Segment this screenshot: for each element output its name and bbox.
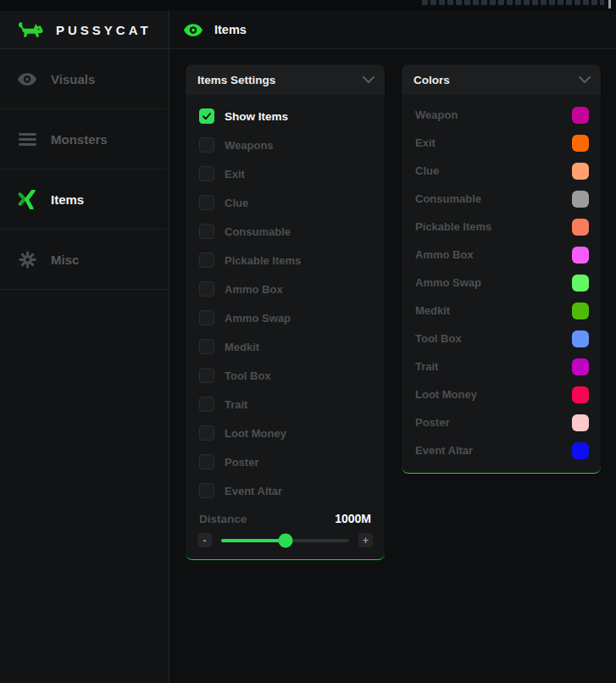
color-row-exit[interactable]: Exit bbox=[402, 129, 601, 157]
checkbox[interactable] bbox=[199, 166, 214, 181]
checkbox[interactable] bbox=[199, 397, 214, 412]
checkbox-row-event-altar[interactable]: Event Altar bbox=[186, 476, 385, 505]
color-row-poster[interactable]: Poster bbox=[402, 408, 601, 436]
color-swatch[interactable] bbox=[572, 442, 589, 459]
color-swatch[interactable] bbox=[572, 247, 589, 264]
checkbox[interactable] bbox=[199, 483, 214, 498]
sidebar-item-monsters[interactable]: Monsters bbox=[0, 109, 169, 169]
color-label: Loot Money bbox=[415, 388, 477, 401]
checkbox[interactable] bbox=[199, 368, 214, 383]
slider-increase-button[interactable]: + bbox=[358, 533, 373, 547]
checkbox-checked[interactable] bbox=[199, 108, 214, 124]
color-swatch[interactable] bbox=[572, 191, 589, 208]
items-settings-header[interactable]: Items Settings bbox=[186, 64, 385, 95]
panel-title: Colors bbox=[413, 74, 450, 86]
checkbox-row-consumable[interactable]: Consumable bbox=[186, 217, 385, 246]
color-label: Exit bbox=[415, 136, 436, 149]
color-swatch[interactable] bbox=[572, 135, 589, 152]
color-swatch[interactable] bbox=[572, 107, 589, 124]
checkbox-label: Loot Money bbox=[225, 427, 286, 440]
checkbox-row-ammo-swap[interactable]: Ammo Swap bbox=[186, 303, 385, 332]
checkbox-row-weapons[interactable]: Weapons bbox=[186, 130, 385, 159]
checkbox[interactable] bbox=[199, 224, 214, 239]
color-row-pickable-items[interactable]: Pickable Items bbox=[402, 213, 601, 241]
checkbox[interactable] bbox=[199, 310, 214, 325]
distance-label: Distance bbox=[199, 513, 247, 525]
distance-value: 1000M bbox=[335, 512, 371, 525]
color-label: Pickable Items bbox=[415, 220, 491, 233]
color-row-event-altar[interactable]: Event Altar bbox=[402, 436, 601, 464]
slider-decrease-button[interactable]: - bbox=[197, 533, 212, 547]
color-label: Ammo Box bbox=[415, 248, 474, 261]
checkbox[interactable] bbox=[199, 281, 214, 297]
checkbox-label: Poster bbox=[225, 456, 258, 469]
gear-icon bbox=[17, 249, 37, 269]
cat-logo-icon bbox=[17, 18, 44, 42]
colors-panel: Colors Weapon Exit Clue Consumable bbox=[402, 64, 601, 474]
checkbox-row-loot-money[interactable]: Loot Money bbox=[186, 419, 385, 447]
colors-header[interactable]: Colors bbox=[402, 64, 601, 95]
eye-icon bbox=[183, 19, 203, 40]
checkbox-label: Tool Box bbox=[225, 369, 271, 382]
color-swatch[interactable] bbox=[572, 414, 589, 431]
checkbox-label: Clue bbox=[225, 197, 248, 209]
checkbox-row-trait[interactable]: Trait bbox=[186, 390, 385, 419]
sidebar: Visuals Monsters Items bbox=[0, 49, 169, 683]
sidebar-item-misc[interactable]: Misc bbox=[0, 230, 169, 290]
brand-bar: PUSSYCAT bbox=[0, 11, 169, 49]
sidebar-item-label: Monsters bbox=[51, 132, 108, 147]
color-label: Trait bbox=[415, 360, 438, 373]
checkbox-row-clue[interactable]: Clue bbox=[186, 188, 385, 217]
page-header: Items bbox=[169, 11, 616, 49]
color-label: Ammo Swap bbox=[415, 276, 481, 289]
color-swatch[interactable] bbox=[572, 275, 589, 292]
sidebar-item-label: Visuals bbox=[51, 72, 95, 86]
sidebar-item-visuals[interactable]: Visuals bbox=[0, 49, 169, 109]
checkbox-label: Weapons bbox=[225, 139, 274, 152]
color-label: Consumable bbox=[415, 192, 481, 205]
color-label: Weapon bbox=[415, 108, 458, 121]
distance-slider-thumb[interactable] bbox=[278, 533, 292, 547]
color-row-tool-box[interactable]: Tool Box bbox=[402, 325, 601, 353]
checkbox[interactable] bbox=[199, 195, 214, 210]
checkbox-row-exit[interactable]: Exit bbox=[186, 159, 385, 188]
checkbox-row-medkit[interactable]: Medkit bbox=[186, 332, 385, 361]
checkbox-row-tool-box[interactable]: Tool Box bbox=[186, 361, 385, 390]
color-row-ammo-box[interactable]: Ammo Box bbox=[402, 241, 601, 269]
color-row-loot-money[interactable]: Loot Money bbox=[402, 380, 601, 408]
checkbox[interactable] bbox=[199, 454, 214, 469]
checkbox-label: Show Items bbox=[225, 110, 288, 123]
checkbox-row-ammo-box[interactable]: Ammo Box bbox=[186, 275, 385, 303]
color-label: Event Altar bbox=[415, 444, 473, 457]
app-window: PUSSYCAT Items Visuals bbox=[0, 0, 616, 683]
color-row-consumable[interactable]: Consumable bbox=[402, 185, 601, 213]
color-row-ammo-swap[interactable]: Ammo Swap bbox=[402, 269, 601, 297]
color-swatch[interactable] bbox=[572, 303, 589, 319]
color-row-trait[interactable]: Trait bbox=[402, 353, 601, 380]
checkbox[interactable] bbox=[199, 339, 214, 354]
color-row-medkit[interactable]: Medkit bbox=[402, 297, 601, 325]
color-row-weapon[interactable]: Weapon bbox=[402, 101, 601, 129]
color-label: Clue bbox=[415, 164, 439, 177]
color-label: Tool Box bbox=[415, 332, 462, 345]
cropped-watermark-glyph bbox=[608, 0, 611, 8]
checkbox[interactable] bbox=[199, 425, 214, 441]
color-swatch[interactable] bbox=[572, 358, 589, 375]
color-swatch[interactable] bbox=[572, 219, 589, 236]
color-swatch[interactable] bbox=[572, 163, 589, 180]
distance-row: Distance 1000M bbox=[186, 505, 385, 525]
checkbox-label: Trait bbox=[225, 398, 247, 411]
color-row-clue[interactable]: Clue bbox=[402, 157, 601, 185]
color-swatch[interactable] bbox=[572, 330, 589, 347]
sidebar-item-label: Items bbox=[51, 192, 84, 207]
menu-icon bbox=[17, 129, 37, 149]
checkbox-row-poster[interactable]: Poster bbox=[186, 447, 385, 476]
checkbox[interactable] bbox=[199, 253, 214, 268]
sidebar-item-items[interactable]: Items bbox=[0, 169, 169, 230]
checkbox[interactable] bbox=[199, 137, 214, 153]
checkbox-row-show-items[interactable]: Show Items bbox=[186, 102, 385, 130]
distance-slider-track[interactable] bbox=[221, 539, 349, 542]
checkbox-label: Exit bbox=[225, 168, 245, 180]
checkbox-row-pickable-items[interactable]: Pickable Items bbox=[186, 246, 385, 275]
color-swatch[interactable] bbox=[572, 386, 589, 403]
